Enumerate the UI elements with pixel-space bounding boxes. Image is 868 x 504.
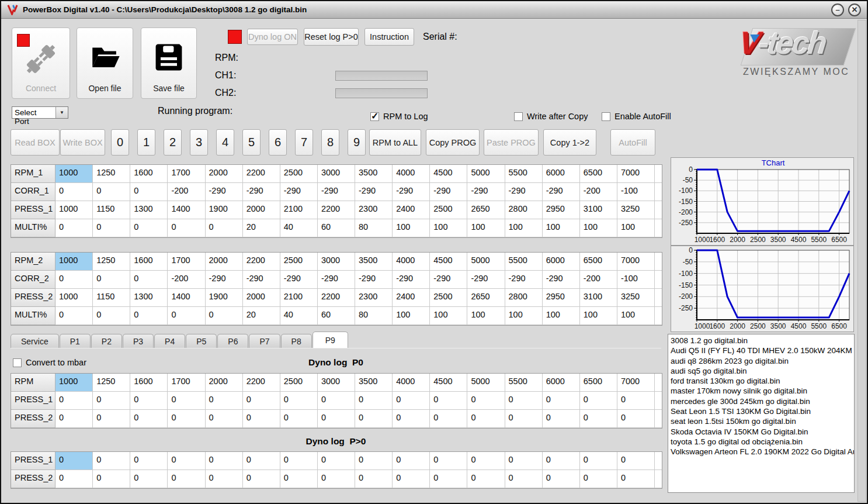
select-port-dropdown[interactable]: Select Port ▼ bbox=[12, 106, 68, 119]
file-list-item[interactable]: audi sq5 go digital.bin bbox=[671, 366, 852, 376]
grid-cell[interactable]: 0 bbox=[93, 452, 130, 470]
read-box-button[interactable]: Read BOX bbox=[11, 129, 60, 156]
grid-cell[interactable]: -290 bbox=[467, 183, 505, 201]
grid-cell[interactable]: 80 bbox=[355, 307, 393, 325]
grid-cell[interactable]: 100 bbox=[543, 219, 580, 237]
grid-cell[interactable]: 1700 bbox=[168, 165, 205, 183]
grid-cell[interactable]: 3500 bbox=[355, 165, 393, 183]
chevron-down-icon[interactable]: ▼ bbox=[55, 107, 68, 118]
grid-cell[interactable]: 0 bbox=[130, 392, 168, 410]
grid-cell[interactable]: 1600 bbox=[130, 165, 168, 183]
grid-cell[interactable]: 0 bbox=[206, 452, 243, 470]
grid-cell[interactable]: 5500 bbox=[505, 253, 543, 271]
close-button[interactable]: ✕ bbox=[848, 4, 861, 16]
checkbox-enable-autofill[interactable]: Enable AutoFill bbox=[602, 112, 671, 121]
tab-p8[interactable]: P8 bbox=[281, 334, 312, 348]
grid-cell[interactable]: 0 bbox=[355, 392, 393, 410]
grid-cell[interactable]: 7000 bbox=[617, 374, 655, 392]
grid-cell[interactable]: 4000 bbox=[393, 253, 430, 271]
minimize-button[interactable]: – bbox=[831, 4, 844, 16]
grid-cell[interactable]: 0 bbox=[355, 410, 393, 428]
copy-prog-button[interactable]: Copy PROG bbox=[426, 129, 480, 156]
grid-cell[interactable]: 1250 bbox=[93, 165, 130, 183]
grid-cell[interactable]: -200 bbox=[580, 183, 617, 201]
file-list-item[interactable]: master 170km nowy silnik go digital.bin bbox=[671, 386, 852, 396]
grid-cell[interactable]: 4000 bbox=[393, 165, 430, 183]
grid-cell[interactable]: 5500 bbox=[505, 374, 543, 392]
dyno-log-on-button[interactable]: Dyno log ON bbox=[247, 29, 298, 45]
grid-cell[interactable]: 80 bbox=[355, 219, 393, 237]
grid-cell[interactable]: -290 bbox=[393, 183, 430, 201]
grid-cell[interactable]: 2200 bbox=[318, 289, 355, 307]
grid-cell[interactable]: 2200 bbox=[243, 165, 280, 183]
grid-cell[interactable]: 1600 bbox=[130, 253, 168, 271]
grid-cell[interactable]: -290 bbox=[206, 271, 243, 289]
grid-cell[interactable]: 2200 bbox=[243, 253, 280, 271]
grid-cell[interactable]: -200 bbox=[168, 271, 205, 289]
num-button-0[interactable]: 0 bbox=[111, 129, 129, 156]
grid-cell[interactable]: 6500 bbox=[580, 374, 617, 392]
grid-cell[interactable]: 1000 bbox=[55, 289, 93, 307]
file-list-item[interactable]: toyota 1.5 go digital od obciążenia.bin bbox=[671, 437, 852, 447]
grid-cell[interactable]: 0 bbox=[467, 410, 505, 428]
reset-log-button[interactable]: Reset log P>0 bbox=[304, 28, 359, 46]
grid-cell[interactable]: -290 bbox=[280, 271, 318, 289]
grid-cell[interactable]: 2400 bbox=[393, 289, 430, 307]
grid-cell[interactable]: -290 bbox=[318, 183, 355, 201]
grid-cell[interactable]: 2500 bbox=[430, 201, 467, 219]
grid-cell[interactable]: 0 bbox=[430, 452, 467, 470]
grid-cell[interactable]: 4000 bbox=[393, 374, 430, 392]
grid-cell[interactable]: 0 bbox=[130, 470, 168, 488]
grid-cell[interactable]: 0 bbox=[55, 452, 93, 470]
grid-cell[interactable]: 1900 bbox=[206, 201, 243, 219]
grid-cell[interactable]: -200 bbox=[168, 183, 205, 201]
grid-cell[interactable]: 1300 bbox=[130, 201, 168, 219]
grid-cell[interactable]: 2950 bbox=[543, 289, 580, 307]
grid-cell[interactable]: 0 bbox=[318, 452, 355, 470]
grid-cell[interactable]: 6500 bbox=[580, 253, 617, 271]
grid-cell[interactable]: 5000 bbox=[467, 253, 505, 271]
grid-cell[interactable]: 0 bbox=[355, 452, 393, 470]
grid-cell[interactable]: 0 bbox=[168, 410, 205, 428]
grid-cell[interactable]: 2500 bbox=[280, 374, 318, 392]
grid-cell[interactable]: 0 bbox=[617, 452, 655, 470]
save-file-button[interactable]: Save file bbox=[141, 27, 197, 99]
grid-cell[interactable]: 3500 bbox=[355, 374, 393, 392]
tab-p4[interactable]: P4 bbox=[154, 334, 185, 348]
grid-cell[interactable]: 1000 bbox=[55, 165, 93, 183]
rpm-to-all-button[interactable]: RPM to ALL bbox=[369, 129, 421, 156]
grid-cell[interactable]: 2650 bbox=[467, 289, 505, 307]
tab-p9[interactable]: P9 bbox=[313, 332, 348, 348]
grid-cell[interactable]: 0 bbox=[355, 470, 393, 488]
file-list[interactable]: 3008 1.2 go digital.binAudi Q5 II (FY FL… bbox=[668, 334, 855, 493]
grid-cell[interactable]: 2000 bbox=[206, 374, 243, 392]
grid-cell[interactable]: 0 bbox=[55, 410, 93, 428]
grid-cell[interactable]: 0 bbox=[543, 392, 580, 410]
grid-cell[interactable]: 1400 bbox=[168, 201, 205, 219]
grid-cell[interactable]: 0 bbox=[130, 271, 168, 289]
grid-cell[interactable]: 2000 bbox=[206, 253, 243, 271]
grid-cell[interactable]: 100 bbox=[617, 219, 655, 237]
grid-cell[interactable]: 1900 bbox=[206, 289, 243, 307]
grid-cell[interactable]: 0 bbox=[206, 219, 243, 237]
grid-cell[interactable]: 1000 bbox=[55, 201, 93, 219]
grid-cell[interactable]: 0 bbox=[55, 392, 93, 410]
num-button-8[interactable]: 8 bbox=[321, 129, 339, 156]
grid-cell[interactable]: 0 bbox=[318, 410, 355, 428]
grid-cell[interactable]: 7000 bbox=[617, 165, 655, 183]
paste-prog-button[interactable]: Paste PROG bbox=[484, 129, 539, 156]
grid-cell[interactable]: 0 bbox=[543, 470, 580, 488]
grid-cell[interactable]: 0 bbox=[93, 392, 130, 410]
grid-cell[interactable]: 2100 bbox=[280, 201, 318, 219]
tab-p1[interactable]: P1 bbox=[60, 334, 91, 348]
grid-cell[interactable]: 0 bbox=[55, 183, 93, 201]
file-list-item[interactable]: ford transit 130km go digital.bin bbox=[671, 376, 852, 386]
grid-cell[interactable]: -290 bbox=[206, 183, 243, 201]
num-button-5[interactable]: 5 bbox=[242, 129, 261, 156]
grid-cell[interactable]: 2300 bbox=[355, 289, 393, 307]
num-button-3[interactable]: 3 bbox=[190, 129, 208, 156]
file-list-item[interactable]: Seat Leon 1.5 TSI 130KM Go Digital.bin bbox=[671, 406, 852, 416]
grid-cell[interactable]: 2000 bbox=[243, 201, 280, 219]
grid-cell[interactable]: 1400 bbox=[168, 289, 205, 307]
grid-cell[interactable]: 3000 bbox=[318, 165, 355, 183]
